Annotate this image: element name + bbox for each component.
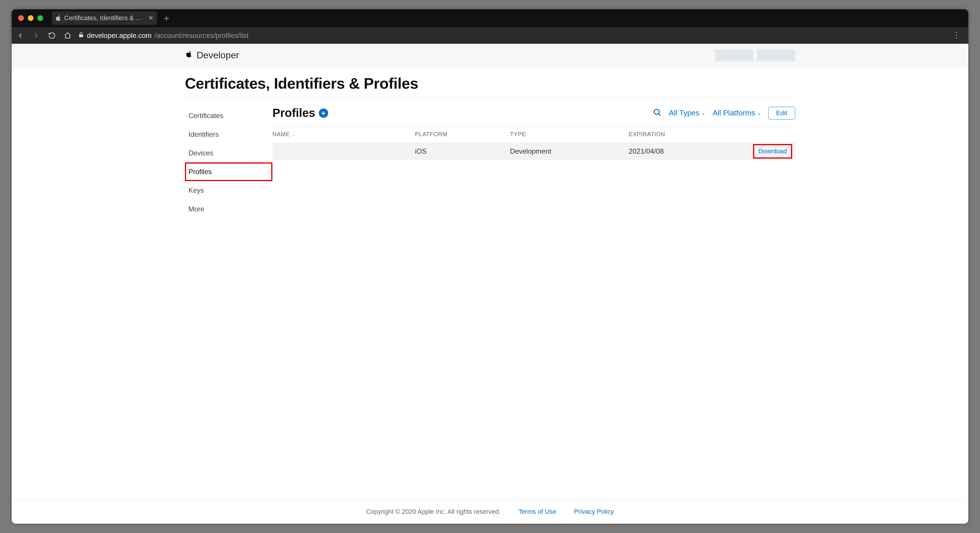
copyright-text: Copyright © 2020 Apple Inc. All rights r… [366, 508, 501, 515]
nav-home-button[interactable] [62, 30, 73, 41]
cell-type: Development [510, 147, 629, 155]
cell-expiration: 2021/04/08 [629, 147, 724, 155]
page-footer: Copyright © 2020 Apple Inc. All rights r… [12, 499, 968, 523]
search-icon[interactable] [653, 108, 662, 118]
window-minimize-button[interactable] [28, 15, 33, 21]
table-header: NAME ⌄ PLATFORM TYPE EXPIRATION [272, 126, 795, 142]
apple-logo-icon [185, 50, 193, 60]
nav-back-button[interactable] [15, 30, 25, 41]
address-bar[interactable]: developer.apple.com/account/resources/pr… [78, 32, 943, 40]
table-row[interactable]: iOS Development 2021/04/08 Download [272, 142, 795, 161]
lock-icon [78, 32, 84, 40]
filter-platforms-label: All Platforms [713, 108, 755, 118]
apple-favicon-icon [56, 15, 61, 21]
cell-platform: iOS [415, 147, 510, 155]
url-domain: developer.apple.com [87, 32, 151, 40]
nav-reload-button[interactable] [47, 30, 57, 41]
edit-button[interactable]: Edit [768, 107, 795, 119]
page-viewport: Developer Certificates, Identifiers & Pr… [12, 44, 968, 523]
privacy-link[interactable]: Privacy Policy [574, 508, 614, 515]
sidebar-item-profiles[interactable]: Profiles [185, 162, 272, 181]
col-type[interactable]: TYPE [510, 131, 629, 138]
main-panel: Profiles + All Types ⌄ [272, 107, 795, 218]
chevron-down-icon: ⌄ [757, 110, 761, 116]
tab-close-icon[interactable]: ✕ [148, 15, 153, 21]
terms-link[interactable]: Terms of Use [518, 508, 556, 515]
resource-sidebar: Certificates Identifiers Devices Profile… [185, 107, 272, 218]
tab-title: Certificates, Identifiers & Profiles [64, 14, 145, 22]
sidebar-item-more[interactable]: More [185, 200, 272, 218]
section-title-text: Profiles [272, 107, 315, 119]
page-title: Certificates, Identifiers & Profiles [185, 75, 795, 92]
svg-point-0 [654, 109, 659, 114]
filter-types-dropdown[interactable]: All Types ⌄ [669, 108, 706, 118]
filter-platforms-dropdown[interactable]: All Platforms ⌄ [713, 108, 761, 118]
section-title: Profiles + [272, 107, 328, 119]
col-name[interactable]: NAME ⌄ [272, 131, 415, 138]
col-actions [724, 131, 795, 138]
sidebar-item-identifiers[interactable]: Identifiers [185, 125, 272, 144]
browser-menu-button[interactable]: ⋮ [948, 31, 965, 40]
brand-label: Developer [197, 50, 239, 60]
account-area[interactable] [715, 49, 795, 61]
apple-header: Developer [12, 44, 968, 67]
sidebar-item-certificates[interactable]: Certificates [185, 107, 272, 125]
new-tab-button[interactable]: ＋ [162, 12, 171, 24]
browser-tab-bar: Certificates, Identifiers & Profiles ✕ ＋ [12, 10, 968, 27]
sort-caret-icon: ⌄ [292, 132, 296, 137]
col-platform[interactable]: PLATFORM [415, 131, 510, 138]
window-controls [18, 15, 43, 21]
filter-types-label: All Types [669, 108, 699, 118]
sidebar-item-keys[interactable]: Keys [185, 181, 272, 200]
window-maximize-button[interactable] [37, 15, 43, 21]
browser-window: Certificates, Identifiers & Profiles ✕ ＋… [12, 10, 968, 523]
browser-toolbar: developer.apple.com/account/resources/pr… [12, 27, 968, 44]
add-profile-button[interactable]: + [319, 108, 328, 118]
nav-forward-button[interactable] [31, 30, 41, 41]
developer-brand[interactable]: Developer [185, 50, 239, 60]
browser-tab[interactable]: Certificates, Identifiers & Profiles ✕ [52, 11, 157, 25]
footer-separator [565, 508, 565, 515]
download-link[interactable]: Download [753, 144, 792, 159]
window-close-button[interactable] [18, 15, 24, 21]
account-name-redacted [715, 49, 753, 61]
team-name-redacted [757, 49, 795, 61]
profiles-table: NAME ⌄ PLATFORM TYPE EXPIRATION iOS Deve… [272, 126, 795, 161]
chevron-down-icon: ⌄ [701, 110, 706, 116]
sidebar-item-devices[interactable]: Devices [185, 144, 272, 162]
url-path: /account/resources/profiles/list [154, 32, 248, 40]
col-expiration[interactable]: EXPIRATION [629, 131, 724, 138]
